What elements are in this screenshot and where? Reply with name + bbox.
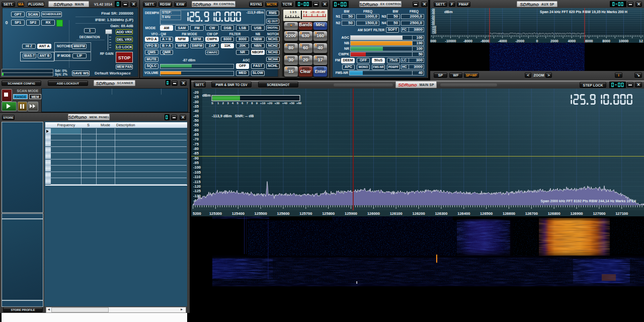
- svg-text:000: 000: [430, 39, 436, 43]
- svg-text:-70: -70: [193, 137, 199, 141]
- svg-text:126800: 126800: [548, 211, 560, 216]
- svg-text:-113,9 dBm SNR: -- dB: -113,9 dBm SNR: -- dB: [212, 114, 254, 118]
- svg-text:10000: 10000: [619, 39, 629, 43]
- svg-text:dBm: dBm: [202, 93, 211, 98]
- svg-text:127100: 127100: [615, 211, 628, 216]
- svg-text:-30: -30: [193, 100, 199, 104]
- svg-text:+60: +60: [296, 102, 302, 105]
- svg-text:-105: -105: [193, 170, 201, 175]
- svg-text:-45: -45: [193, 114, 199, 118]
- svg-text:126100: 126100: [390, 211, 403, 216]
- svg-text:-130: -130: [193, 194, 201, 198]
- svg-text:6000: 6000: [585, 39, 593, 43]
- svg-text:-100: -100: [193, 165, 201, 170]
- svg-text:+30: +30: [275, 102, 280, 105]
- svg-text:2000: 2000: [550, 39, 558, 43]
- svg-text:125600: 125600: [277, 211, 289, 216]
- svg-text:-65: -65: [193, 132, 199, 137]
- svg-text:-85: -85: [193, 151, 199, 155]
- svg-text:125500: 125500: [255, 211, 267, 216]
- svg-text:-75: -75: [193, 142, 199, 146]
- svg-text:8000: 8000: [602, 39, 610, 43]
- svg-text:-120: -120: [193, 184, 201, 189]
- svg-text:-8000: -8000: [463, 39, 472, 43]
- svg-text:126900: 126900: [570, 211, 583, 216]
- svg-text:-50: -50: [193, 118, 199, 123]
- svg-text:12: 12: [639, 39, 643, 43]
- svg-text:-130: -130: [431, 31, 436, 34]
- svg-text:126300: 126300: [435, 211, 447, 216]
- svg-text:125900: 125900: [345, 211, 357, 216]
- svg-text:-115: -115: [193, 180, 201, 184]
- svg-text:-60: -60: [193, 128, 199, 132]
- svg-text:1 3 5: 1 3 5: [290, 11, 297, 14]
- svg-text:-110: -110: [193, 175, 201, 179]
- svg-text:126700: 126700: [525, 211, 538, 216]
- svg-text:-25: -25: [193, 95, 199, 99]
- svg-text:-95: -95: [193, 160, 199, 165]
- svg-text:+20: +20: [267, 102, 273, 105]
- svg-text:-6000: -6000: [480, 39, 490, 43]
- svg-text:+20 +40 +60: +20 +40 +60: [310, 11, 325, 14]
- svg-text:-20: -20: [193, 90, 199, 95]
- svg-text:-80: -80: [193, 146, 199, 151]
- svg-text:-35: -35: [193, 104, 199, 109]
- svg-text:Span 2000 kHz FFT 8192 Pts R: Span 2000 kHz FFT 8192 Pts RBW 244,14 Hz…: [541, 199, 636, 203]
- svg-text:+50: +50: [289, 102, 295, 105]
- svg-text:126400: 126400: [457, 211, 470, 216]
- svg-text:0: 0: [536, 39, 538, 43]
- svg-text:+40: +40: [282, 102, 288, 105]
- svg-text:-125: -125: [193, 189, 201, 193]
- svg-text:Span 24 kHz FFT 620 Pts RBW: Span 24 kHz FFT 620 Pts RBW 19,35 Hz Mar…: [540, 10, 627, 14]
- svg-text:125400: 125400: [232, 211, 245, 216]
- svg-text:126600: 126600: [503, 211, 515, 216]
- svg-text:-10000: -10000: [445, 39, 456, 43]
- svg-text:125800: 125800: [322, 211, 335, 216]
- svg-text:126500: 126500: [480, 211, 493, 216]
- svg-text:127000: 127000: [593, 211, 605, 216]
- svg-text:125700: 125700: [299, 211, 312, 216]
- svg-text:125300: 125300: [209, 211, 222, 216]
- svg-text:-40: -40: [193, 109, 199, 113]
- svg-text:5200: 5200: [193, 211, 201, 216]
- svg-text:-4000: -4000: [498, 39, 507, 43]
- svg-text:7 9: 7 9: [303, 11, 307, 14]
- svg-text:126200: 126200: [413, 211, 425, 216]
- svg-text:+10: +10: [260, 102, 266, 105]
- svg-text:S: S: [211, 102, 213, 105]
- svg-text:126000: 126000: [367, 211, 380, 216]
- svg-text:-55: -55: [193, 123, 199, 127]
- svg-text:dBm: dBm: [444, 10, 453, 14]
- svg-text:-2000: -2000: [515, 39, 524, 43]
- svg-text:4000: 4000: [568, 39, 576, 43]
